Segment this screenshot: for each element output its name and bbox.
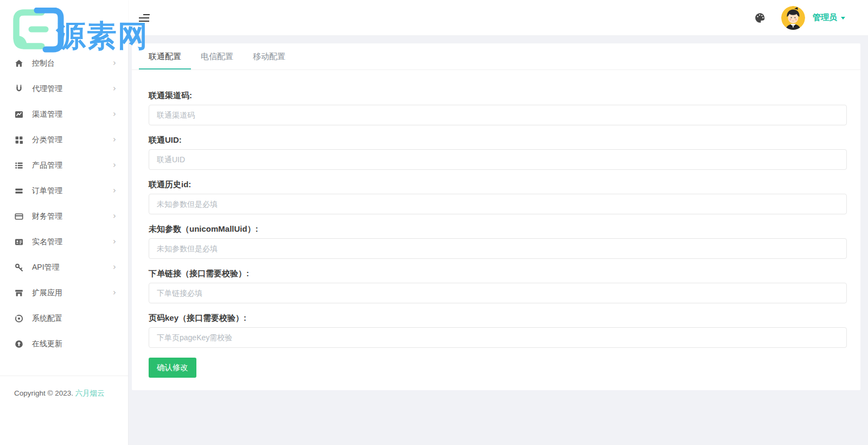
sidebar-item-8[interactable]: 实名管理› — [0, 229, 128, 255]
sidebar-item-label: API管理 — [32, 263, 60, 272]
upload-circle-icon — [14, 339, 23, 348]
chevron-right-icon: › — [113, 136, 116, 144]
field-label: 页码key（接口需要校验）: — [149, 313, 847, 323]
field-input-4[interactable] — [149, 238, 847, 259]
sidebar-item-4[interactable]: 分类管理› — [0, 127, 128, 152]
sidebar-item-label: 扩展应用 — [32, 288, 62, 298]
field-label: 联通渠道码: — [149, 91, 847, 101]
confirm-submit-button[interactable]: 确认修改 — [149, 358, 196, 378]
tab-3[interactable]: 移动配置 — [243, 43, 295, 69]
form-group-5: 下单链接（接口需要校验）: — [149, 269, 847, 303]
field-input-6[interactable] — [149, 327, 847, 348]
chevron-right-icon: › — [113, 238, 116, 246]
sidebar-item-label: 实名管理 — [32, 237, 62, 247]
sidebar-item-5[interactable]: 产品管理› — [0, 152, 128, 178]
sidebar-item-6[interactable]: 订单管理› — [0, 178, 128, 204]
key-icon — [14, 263, 23, 272]
user-name: 管理员 — [813, 12, 837, 23]
chevron-right-icon: › — [113, 212, 116, 220]
card-icon — [14, 212, 23, 221]
idcard-icon — [14, 237, 23, 246]
chart-icon — [14, 110, 23, 119]
chevron-right-icon: › — [113, 110, 116, 118]
sidebar-menu: 控制台›代理管理›渠道管理›分类管理›产品管理›订单管理›财务管理›实名管理›A… — [0, 50, 128, 357]
field-input-5[interactable] — [149, 283, 847, 303]
tab-1[interactable]: 联通配置 — [139, 43, 191, 69]
disc-icon — [14, 314, 23, 323]
sidebar-item-2[interactable]: 代理管理› — [0, 76, 128, 101]
form-group-4: 未知参数（unicomMallUid）: — [149, 224, 847, 259]
magnet-icon — [14, 84, 23, 93]
grid-icon — [14, 135, 23, 144]
home-icon — [14, 59, 23, 68]
sidebar-item-label: 分类管理 — [32, 135, 62, 145]
sidebar-item-label: 代理管理 — [32, 84, 62, 94]
theme-palette-icon[interactable] — [754, 12, 766, 24]
bars-icon — [14, 186, 23, 195]
field-input-3[interactable] — [149, 194, 847, 214]
tab-bar: 联通配置电信配置移动配置 — [132, 43, 860, 70]
chevron-right-icon: › — [113, 263, 116, 271]
sidebar-divider — [0, 376, 128, 376]
header-right: 管理员 — [754, 6, 868, 30]
sidebar-item-7[interactable]: 财务管理› — [0, 204, 128, 229]
sidebar-toggle-icon[interactable] — [139, 14, 150, 22]
field-label: 联通UID: — [149, 135, 847, 145]
chevron-right-icon: › — [113, 161, 116, 169]
field-label: 联通历史id: — [149, 180, 847, 190]
user-dropdown[interactable]: 管理员 — [813, 12, 845, 23]
form-group-3: 联通历史id: — [149, 180, 847, 214]
field-label: 未知参数（unicomMallUid）: — [149, 224, 847, 234]
field-input-2[interactable] — [149, 149, 847, 170]
sidebar-item-10[interactable]: 扩展应用› — [0, 280, 128, 306]
sidebar-item-1[interactable]: 控制台› — [0, 50, 128, 76]
chevron-right-icon: › — [113, 59, 116, 67]
sidebar-item-label: 财务管理 — [32, 212, 62, 221]
chevron-right-icon: › — [113, 187, 116, 195]
form-group-2: 联通UID: — [149, 135, 847, 170]
sidebar-item-label: 产品管理 — [32, 161, 62, 170]
tab-2[interactable]: 电信配置 — [191, 43, 243, 69]
sidebar-item-3[interactable]: 渠道管理› — [0, 101, 128, 127]
sidebar-item-11[interactable]: 系统配置 — [0, 306, 128, 331]
user-avatar[interactable] — [781, 6, 805, 30]
sidebar-item-label: 渠道管理 — [32, 110, 62, 119]
sidebar: 控制台›代理管理›渠道管理›分类管理›产品管理›订单管理›财务管理›实名管理›A… — [0, 0, 128, 445]
sidebar-item-label: 在线更新 — [32, 339, 62, 349]
sidebar-item-9[interactable]: API管理› — [0, 255, 128, 280]
copyright-text: Copyright © 2023. — [14, 389, 75, 397]
form-group-1: 联通渠道码: — [149, 91, 847, 125]
chevron-right-icon: › — [113, 85, 116, 93]
field-label: 下单链接（接口需要校验）: — [149, 269, 847, 279]
config-form: 联通渠道码:联通UID:联通历史id:未知参数（unicomMallUid）:下… — [132, 70, 860, 378]
store-icon — [14, 288, 23, 297]
chevron-right-icon: › — [113, 289, 116, 297]
content-card: 联通配置电信配置移动配置 联通渠道码:联通UID:联通历史id:未知参数（uni… — [132, 43, 860, 390]
copyright-brand-link[interactable]: 六月烟云 — [75, 389, 105, 397]
field-input-1[interactable] — [149, 105, 847, 125]
sidebar-item-label: 订单管理 — [32, 186, 62, 196]
sidebar-item-label: 系统配置 — [32, 314, 62, 323]
top-header: 管理员 — [128, 0, 868, 36]
form-group-6: 页码key（接口需要校验）: — [149, 313, 847, 348]
list-icon — [14, 161, 23, 170]
sidebar-item-12[interactable]: 在线更新 — [0, 331, 128, 357]
caret-down-icon — [841, 17, 845, 20]
sidebar-item-label: 控制台 — [32, 59, 55, 68]
copyright: Copyright © 2023. 六月烟云 — [14, 389, 105, 398]
